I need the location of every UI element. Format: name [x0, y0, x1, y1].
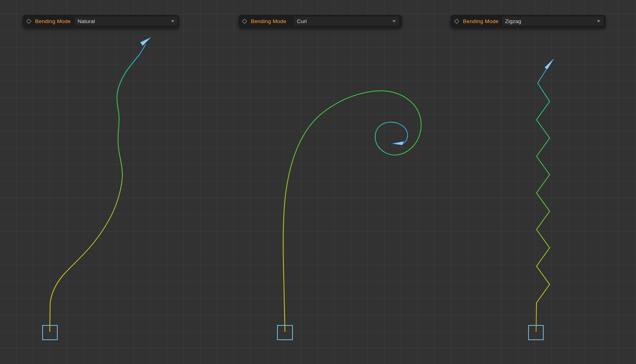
diamond-icon	[454, 19, 459, 24]
bending-mode-label: Bending Mode	[251, 18, 286, 24]
dropdown-value: Curl	[297, 18, 307, 24]
natural-curve-path	[50, 45, 146, 331]
curl-stem-path	[283, 91, 381, 331]
bending-mode-dropdown[interactable]: Curl	[293, 16, 400, 26]
bending-mode-dropdown[interactable]: Zigzag	[501, 16, 604, 26]
bending-mode-label: Bending Mode	[463, 18, 498, 24]
zigzag-curve-path	[536, 66, 550, 331]
param-panel-zigzag: Bending Mode Zigzag	[451, 15, 606, 28]
zigzag-curve	[529, 58, 554, 340]
curl-inner-loop-path	[375, 122, 408, 139]
dropdown-value: Natural	[78, 18, 95, 24]
chevron-down-icon	[392, 20, 396, 22]
curves-layer	[0, 0, 636, 364]
param-panel-curl: Bending Mode Curl	[238, 15, 402, 28]
viewport-canvas[interactable]: Bending Mode Natural Bending Mode Curl B…	[0, 0, 636, 364]
param-panel-natural: Bending Mode Natural	[23, 15, 179, 28]
chevron-down-icon	[597, 20, 600, 22]
arrowhead-icon	[545, 58, 554, 70]
diamond-icon	[242, 19, 247, 24]
natural-curve	[43, 37, 151, 340]
arrowhead-icon	[392, 142, 404, 145]
bending-mode-dropdown[interactable]: Natural	[74, 16, 178, 26]
chevron-down-icon	[171, 20, 174, 22]
diamond-icon	[26, 19, 31, 24]
bending-mode-label: Bending Mode	[35, 18, 70, 24]
curl-curve	[277, 91, 421, 340]
dropdown-value: Zigzag	[505, 18, 521, 24]
curl-outer-loop-path	[375, 91, 421, 155]
